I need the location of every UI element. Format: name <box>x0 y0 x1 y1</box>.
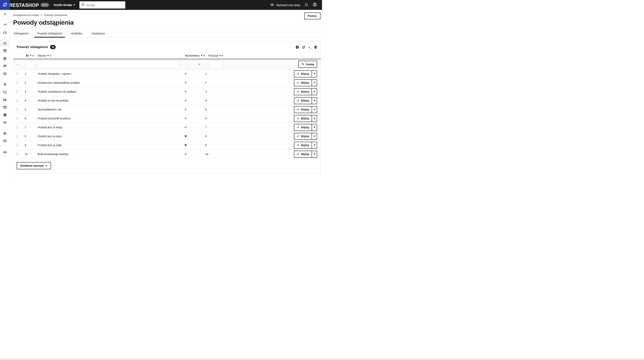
tab-odstapienia[interactable]: Odstąpienia <box>10 29 31 38</box>
sidebar-item-activity[interactable] <box>0 21 10 29</box>
row-checkbox[interactable] <box>17 134 18 138</box>
search-input[interactable] <box>86 4 124 7</box>
row-checkbox[interactable] <box>17 90 18 93</box>
sidebar-item-catalog[interactable] <box>0 47 10 55</box>
edit-button[interactable]: Edytuj <box>294 89 312 95</box>
gear-icon <box>3 131 7 135</box>
terminal-icon[interactable]: >_ <box>308 46 311 49</box>
sidebar-item-shipping[interactable] <box>0 96 10 103</box>
global-search[interactable] <box>80 1 125 9</box>
table-row: 1 Produkt niezgodny z opisem ✔ 1 Edytuj <box>13 69 321 78</box>
tab-ustawienia[interactable]: Ustawienia <box>88 29 108 38</box>
sidebar-item-payment[interactable] <box>0 103 10 111</box>
add-circle-icon[interactable] <box>296 45 299 49</box>
sort-asc-icon[interactable] <box>203 55 205 56</box>
tab-powody-odstapienia[interactable]: Powody odstąpienia <box>34 29 65 38</box>
collapse-expand-icon <box>3 12 7 16</box>
row-position: 3 <box>205 90 226 93</box>
edit-dropdown-toggle[interactable] <box>312 142 317 148</box>
sort-desc-icon[interactable] <box>47 55 49 56</box>
edit-dropdown-toggle[interactable] <box>312 133 317 139</box>
tab-analityka[interactable]: Analityka <box>68 29 85 38</box>
sidebar-item-support[interactable] <box>0 29 10 36</box>
sidebar-item-advanced-parameters[interactable] <box>0 137 10 145</box>
sort-desc-icon[interactable] <box>201 55 202 56</box>
filter-displayed-value: - <box>189 63 190 66</box>
sidebar-item-international[interactable] <box>0 111 10 119</box>
sidebar-item-customers[interactable] <box>0 55 10 62</box>
filter-displayed-select[interactable]: - <box>187 61 202 68</box>
edit-button[interactable]: Edytuj <box>294 133 312 139</box>
chevron-down-icon <box>314 153 315 155</box>
filter-position-input[interactable] <box>209 61 222 68</box>
table-row: 6 Produkt przyszedł za późno ✔ 6 Edytuj <box>13 114 321 123</box>
sort-asc-icon[interactable] <box>221 55 223 56</box>
sidebar-item-modules[interactable] <box>0 81 10 88</box>
row-checkbox[interactable] <box>17 81 18 84</box>
edit-button[interactable]: Edytuj <box>294 71 312 77</box>
sidebar-divider <box>2 128 8 128</box>
quick-access-dropdown[interactable]: Szybki dostęp <box>54 4 76 7</box>
help-button[interactable]: Pomoc <box>304 13 320 19</box>
row-checkbox[interactable] <box>17 143 18 147</box>
filter-name-input[interactable] <box>38 61 180 68</box>
row-name: Brak konkretnego powodu <box>35 152 184 156</box>
sidebar-logo-tile[interactable] <box>0 0 10 10</box>
row-checkbox[interactable] <box>17 108 18 111</box>
row-checkbox[interactable] <box>17 72 18 76</box>
displayed-check-icon: ✔ <box>184 90 187 93</box>
breadcrumb-parent[interactable]: Odstąpienia od umowy <box>13 14 39 17</box>
filter-id-input[interactable] <box>26 61 34 68</box>
edit-dropdown-toggle[interactable] <box>312 151 317 157</box>
account-menu-button[interactable] <box>312 2 317 8</box>
sort-asc-icon[interactable] <box>50 55 51 56</box>
sort-desc-icon[interactable] <box>30 55 32 56</box>
sidebar-item-team[interactable] <box>0 148 10 155</box>
edit-button[interactable]: Edytuj <box>294 124 312 131</box>
sidebar-item-design[interactable] <box>0 88 10 96</box>
sidebar-item-configure[interactable] <box>0 129 10 137</box>
edit-button[interactable]: Edytuj <box>294 115 312 122</box>
refresh-icon[interactable] <box>302 45 306 49</box>
edit-dropdown-toggle[interactable] <box>312 80 317 86</box>
column-header-position[interactable]: Pozycja <box>205 54 226 57</box>
bulk-actions-button[interactable]: Działania masowe <box>17 162 51 169</box>
edit-dropdown-toggle[interactable] <box>312 124 317 131</box>
edit-button[interactable]: Edytuj <box>294 106 312 113</box>
sidebar-divider <box>2 38 8 38</box>
row-checkbox[interactable] <box>17 152 18 156</box>
column-header-displayed[interactable]: Wyświetlany <box>184 54 205 57</box>
sort-desc-icon[interactable] <box>219 55 220 56</box>
edit-dropdown-toggle[interactable] <box>312 71 317 77</box>
row-checkbox[interactable] <box>17 117 18 120</box>
sidebar-expand-button[interactable] <box>0 10 10 18</box>
edit-dropdown-toggle[interactable] <box>312 89 317 95</box>
row-action-group: Edytuj <box>294 106 317 113</box>
edit-dropdown-toggle[interactable] <box>312 98 317 104</box>
view-shop-link[interactable]: Wyświetl mój sklep <box>270 3 300 8</box>
displayed-check-icon: ✔ <box>184 108 187 111</box>
edit-dropdown-toggle[interactable] <box>312 106 317 113</box>
sidebar-item-marketing[interactable] <box>0 119 10 126</box>
edit-button[interactable]: Edytuj <box>294 151 312 157</box>
sidebar-item-stats[interactable] <box>0 70 10 77</box>
row-name: Produkt jest za mały <box>35 144 184 147</box>
sidebar-item-customer-service[interactable] <box>0 62 10 70</box>
notifications-button[interactable] <box>304 3 308 8</box>
row-checkbox[interactable] <box>17 126 18 129</box>
edit-button[interactable]: Edytuj <box>294 98 312 104</box>
database-icon[interactable] <box>314 45 318 49</box>
edit-button-label: Edytuj <box>301 99 309 102</box>
filter-search-button[interactable]: Szukaj <box>298 61 317 68</box>
edit-button[interactable]: Edytuj <box>294 80 312 86</box>
version-badge: 9.1.0 <box>40 3 49 7</box>
column-header-id[interactable]: ID <box>25 54 35 57</box>
edit-button[interactable]: Edytuj <box>294 142 312 148</box>
column-header-name[interactable]: Nazwa <box>35 54 184 57</box>
edit-dropdown-toggle[interactable] <box>312 115 317 122</box>
credit-card-icon <box>3 105 7 109</box>
sort-asc-icon[interactable] <box>32 55 34 56</box>
table-header-row: ID Nazwa Wyświetlany Pozycja <box>13 52 321 59</box>
sidebar-item-orders[interactable] <box>0 40 10 47</box>
row-checkbox[interactable] <box>17 99 18 102</box>
